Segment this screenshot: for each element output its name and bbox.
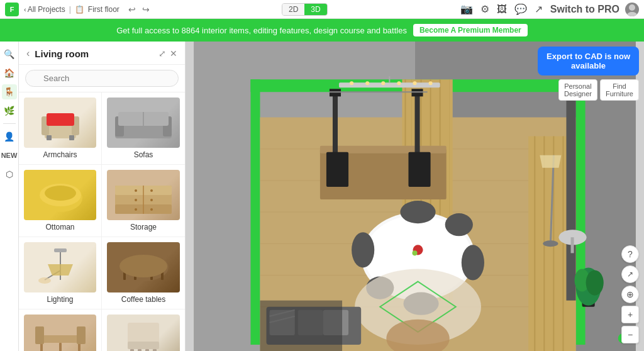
back-button[interactable]: ‹ All Projects xyxy=(24,5,65,14)
svg-point-29 xyxy=(38,277,51,284)
lighting-thumbnail xyxy=(24,242,96,292)
panel-close-button[interactable]: ✕ xyxy=(170,48,177,58)
premium-button[interactable]: Become A Premium Member xyxy=(413,24,528,36)
storage-label: Storage xyxy=(130,223,157,231)
promo-text: Get full access to 8864 interior items, … xyxy=(116,26,407,35)
switch-pro-button[interactable]: Switch to PRO xyxy=(548,4,621,15)
share-button[interactable]: ↗ xyxy=(533,3,545,15)
view-toggle-group: 2D 3D xyxy=(156,3,453,16)
svg-point-1 xyxy=(627,12,637,16)
svg-rect-83 xyxy=(326,152,348,187)
svg-point-25 xyxy=(135,208,137,211)
svg-rect-121 xyxy=(260,301,343,351)
sidebar-item-search[interactable]: 🔍 xyxy=(2,47,17,62)
promo-banner: Get full access to 8864 interior items, … xyxy=(0,19,644,42)
main-area: 🔍 🏠 🪑 🌿 👤 NEW ⬡ ‹ Living room ⤢ ✕ xyxy=(0,42,644,351)
redo-button[interactable]: ↪ xyxy=(141,4,151,14)
list-item[interactable]: Storage xyxy=(102,165,185,237)
panel-search: 🔍 xyxy=(19,65,185,92)
zoom-out-button[interactable]: − xyxy=(621,326,639,343)
sidebar-item-home[interactable]: 🏠 xyxy=(2,65,17,81)
zoom-in-button[interactable]: + xyxy=(621,306,639,323)
floor-plan-icon: 📋 xyxy=(75,5,84,14)
settings-button[interactable]: ⚙ xyxy=(479,3,491,15)
list-item[interactable]: Chairs xyxy=(102,309,185,351)
sidebar-item-furniture[interactable]: 🪑 xyxy=(2,84,17,99)
item-panel: ‹ Living room ⤢ ✕ 🔍 xyxy=(19,42,186,351)
svg-rect-54 xyxy=(250,79,260,345)
svg-point-92 xyxy=(429,81,433,85)
svg-rect-85 xyxy=(339,82,440,87)
export-line1: Export to CAD is now xyxy=(547,52,630,61)
svg-point-26 xyxy=(150,208,153,211)
undo-button[interactable]: ↩ xyxy=(127,4,137,14)
help-button[interactable]: ? xyxy=(621,245,639,263)
coffee-tables-thumbnail xyxy=(107,242,180,292)
avatar[interactable] xyxy=(625,3,639,16)
app-logo: F xyxy=(5,3,19,16)
svg-rect-84 xyxy=(408,152,430,187)
find-furniture-tab[interactable]: FindFurniture xyxy=(600,79,639,101)
snapshot-button[interactable]: 🖼 xyxy=(495,4,509,15)
export-line2: available xyxy=(547,61,630,70)
sofas-label: Sofas xyxy=(134,150,153,159)
svg-point-15 xyxy=(45,186,76,201)
compass-button[interactable]: ⊕ xyxy=(621,286,639,303)
panel-expand-button[interactable]: ⤢ xyxy=(158,48,166,58)
camera-button[interactable]: 📷 xyxy=(458,3,475,15)
svg-rect-43 xyxy=(77,326,86,344)
svg-point-97 xyxy=(400,201,435,223)
list-item[interactable]: Coffee tables xyxy=(102,237,185,309)
svg-rect-6 xyxy=(47,135,52,140)
left-sidebar: 🔍 🏠 🪑 🌿 👤 NEW ⬡ xyxy=(0,42,19,351)
svg-point-22 xyxy=(150,189,153,192)
svg-marker-105 xyxy=(540,155,561,168)
right-float-panel: Export to CAD is now available PersonalD… xyxy=(538,47,639,101)
sidebar-item-new[interactable]: NEW xyxy=(2,148,17,163)
floor-label: First floor xyxy=(88,5,119,14)
svg-point-111 xyxy=(586,270,604,295)
svg-point-24 xyxy=(150,199,153,201)
svg-rect-42 xyxy=(35,326,44,344)
svg-point-90 xyxy=(397,81,401,85)
sidebar-item-shapes[interactable]: ⬡ xyxy=(2,167,17,182)
ottoman-thumbnail xyxy=(24,170,96,220)
list-item[interactable]: Armchairs xyxy=(19,92,102,165)
coffee-tables-label: Coffee tables xyxy=(121,295,166,304)
breadcrumb: ‹ All Projects | 📋 First floor xyxy=(24,5,119,14)
sidebar-item-plants[interactable]: 🌿 xyxy=(2,103,17,118)
list-item[interactable]: Dining tables xyxy=(19,309,102,351)
svg-point-98 xyxy=(352,232,374,267)
back-label: All Projects xyxy=(28,5,65,14)
view-3d-button[interactable]: 3D xyxy=(304,4,326,15)
sidebar-item-people[interactable]: 👤 xyxy=(2,129,17,144)
list-item[interactable]: Ottoman xyxy=(19,165,102,237)
svg-point-88 xyxy=(365,81,369,85)
svg-point-21 xyxy=(135,189,137,192)
view-2d-button[interactable]: 2D xyxy=(282,4,304,15)
topbar-tools: 📷 ⚙ 🖼 💬 ↗ Switch to PRO xyxy=(458,3,639,16)
svg-point-37 xyxy=(119,255,167,277)
history-controls: ↩ ↪ xyxy=(127,4,151,14)
panel-back-button[interactable]: ‹ xyxy=(26,48,30,59)
right-tabs: PersonalDesigner FindFurniture xyxy=(558,79,639,101)
search-input[interactable] xyxy=(25,70,179,87)
svg-rect-7 xyxy=(69,135,74,140)
ottoman-label: Ottoman xyxy=(45,223,74,231)
svg-rect-41 xyxy=(59,343,62,351)
svg-rect-45 xyxy=(128,342,159,349)
list-item[interactable]: Sofas xyxy=(102,92,185,165)
svg-point-96 xyxy=(412,250,417,255)
export-cad-badge[interactable]: Export to CAD is now available xyxy=(538,47,639,75)
svg-rect-75 xyxy=(566,79,575,300)
canvas-area[interactable]: Export to CAD is now available PersonalD… xyxy=(186,42,644,351)
export-button[interactable]: ↗ xyxy=(621,265,639,283)
svg-point-87 xyxy=(350,81,353,85)
svg-rect-107 xyxy=(571,237,574,253)
armchairs-label: Armchairs xyxy=(43,150,77,159)
personal-designer-tab[interactable]: PersonalDesigner xyxy=(558,79,597,101)
chairs-thumbnail xyxy=(107,315,180,351)
chat-button[interactable]: 💬 xyxy=(513,3,529,15)
armchairs-thumbnail xyxy=(24,98,96,148)
list-item[interactable]: Lighting xyxy=(19,237,102,309)
